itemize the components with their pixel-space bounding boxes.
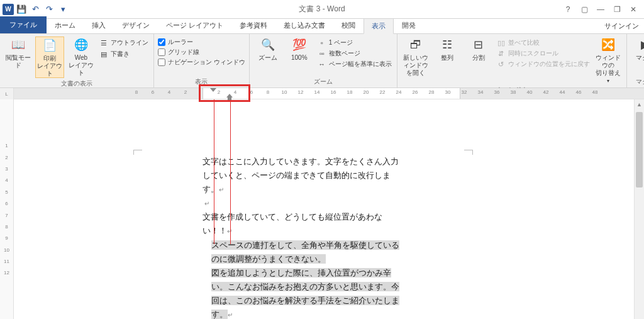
htick: 14 [314, 89, 320, 95]
group-zoom-label: ズーム [253, 76, 393, 87]
qat-undo-icon[interactable]: ↶ [29, 3, 42, 16]
vtick: 9 [0, 235, 13, 247]
read-mode-label: 閲覧モード [4, 54, 33, 69]
draft-button[interactable]: ▤下書き [98, 49, 150, 59]
doc-paragraph-indent[interactable]: スペースの連打をして、全角や半角を駆使しているのに微調整がうまくできない。 [203, 238, 404, 266]
scroll-up-icon[interactable]: ▲ [635, 99, 644, 109]
tab-insert[interactable]: 挿入 [84, 18, 114, 33]
word-app-icon[interactable]: W [3, 4, 14, 15]
switch-windows-button[interactable]: 🔀ウィンドウの 切り替え▾ [594, 36, 623, 84]
zoom-button[interactable]: 🔍ズーム [253, 36, 282, 62]
draft-label: 下書き [111, 50, 130, 59]
vtick: 7 [0, 213, 13, 224]
page-width-icon: ↔ [318, 60, 326, 69]
ribbon-options-icon[interactable]: ▢ [577, 3, 591, 16]
tab-design[interactable]: デザイン [114, 18, 158, 33]
group-zoom: 🔍ズーム 💯100% ▫1 ページ ▫▫複数ページ ↔ページ幅を基準に表示 ズー… [250, 34, 397, 87]
navpane-check-input[interactable] [158, 59, 165, 66]
new-window-icon: 🗗 [407, 38, 425, 53]
htick: 2 [184, 89, 187, 95]
document-page[interactable]: 文字はここに入力していきます。文字をたくさん入力していくと、ページの端まできて自… [133, 155, 473, 319]
htick: 30 [445, 89, 451, 95]
signin-link[interactable]: サインイン [604, 21, 639, 31]
page-width-label: ページ幅を基準に表示 [329, 60, 392, 69]
print-layout-button[interactable]: 📄印刷 レイアウト [35, 36, 64, 78]
book-icon: 📖 [9, 38, 27, 53]
outline-label: アウトライン [111, 38, 148, 47]
tab-view[interactable]: 表示 [364, 18, 394, 34]
gridlines-checkbox[interactable]: グリッド線 [158, 48, 245, 57]
gridlines-check-input[interactable] [158, 48, 165, 56]
first-line-indent-marker[interactable] [210, 88, 216, 94]
htick: 6 [152, 89, 154, 95]
tab-developer[interactable]: 開発 [394, 18, 424, 33]
htick: 4 [168, 89, 170, 95]
ruler-checkbox[interactable]: ルーラー [158, 38, 245, 47]
tab-mailings[interactable]: 差し込み文書 [275, 18, 333, 33]
resetpos-icon: ↺ [497, 60, 506, 69]
sidebyside-label: 並べて比較 [508, 38, 540, 47]
ruler-check-input[interactable] [158, 38, 165, 46]
scroll-thumb[interactable] [636, 112, 643, 187]
tab-home[interactable]: ホーム [47, 18, 84, 33]
close-icon[interactable]: ✕ [626, 3, 640, 16]
htick: 32 [462, 89, 467, 95]
outline-button[interactable]: ☰アウトライン [98, 38, 150, 48]
workspace: 1 2 3 4 5 6 7 8 9 10 11 12 文字はここに入力していきま… [0, 99, 644, 319]
horizontal-ruler[interactable]: 8 6 4 2 2 4 6 8 10 12 14 16 18 20 22 24 … [14, 88, 644, 99]
group-window: 🗗新しいウィンドウ を開く ☷整列 ⊟分割 ▯▯並べて比較 ⇵同時にスクロール … [397, 34, 627, 87]
doc-highlighted-text[interactable]: スペースの連打をして、全角や半角を駆使しているのに微調整がうまくできない。 [211, 240, 399, 264]
vtick: 3 [0, 166, 13, 177]
navpane-checkbox[interactable]: ナビゲーション ウィンドウ [158, 58, 245, 67]
web-layout-button[interactable]: 🌐Web レイアウト [67, 36, 96, 77]
document-body[interactable]: 文字はここに入力していきます。文字をたくさん入力していくと、ページの端まできて自… [133, 155, 473, 319]
one-page-icon: ▫ [318, 38, 326, 47]
doc-paragraph-empty[interactable] [203, 196, 404, 210]
minimize-icon[interactable]: — [594, 3, 608, 16]
htick: 44 [560, 89, 565, 95]
doc-highlighted-text[interactable]: 図を追加しようとした際に、挿入位置がつかみ辛い。こんなお悩みをお抱えの方多いと思… [211, 268, 399, 319]
hanging-indent-marker[interactable] [226, 94, 233, 100]
switch-icon: 🔀 [599, 38, 617, 53]
window-controls: ? ▢ — ❐ ✕ [561, 3, 644, 16]
vtick: 6 [0, 201, 13, 212]
arrange-button[interactable]: ☷整列 [433, 36, 462, 62]
page-area[interactable]: 文字はここに入力していきます。文字をたくさん入力していくと、ページの端まできて自… [14, 99, 644, 319]
qat-redo-icon[interactable]: ↷ [43, 3, 55, 16]
doc-paragraph-indent[interactable]: 図を追加しようとした際に、挿入位置がつかみ辛い。こんなお悩みをお抱えの方多いと思… [203, 266, 404, 319]
read-mode-button[interactable]: 📖閲覧モード [4, 36, 33, 69]
macro-button[interactable]: ▶マクロ▾ [631, 36, 644, 69]
doc-paragraph[interactable]: 文書を作成していて、どうしても縦位置があわない！！ [203, 210, 404, 238]
tab-file[interactable]: ファイル [0, 16, 47, 33]
help-icon[interactable]: ? [561, 3, 575, 16]
arrange-label: 整列 [441, 54, 453, 62]
htick: 6 [250, 89, 253, 95]
zoom-100-button[interactable]: 💯100% [285, 36, 314, 62]
restore-icon[interactable]: ❐ [610, 3, 624, 16]
qat-customize-icon[interactable]: ▾ [57, 3, 69, 16]
htick: 12 [298, 89, 304, 95]
doc-paragraph[interactable]: 文字はここに入力していきます。文字をたくさん入力していくと、ページの端まできて自… [203, 155, 404, 196]
one-page-label: 1 ページ [329, 38, 353, 47]
vtick: 11 [0, 259, 13, 270]
tab-references[interactable]: 参考資料 [231, 18, 275, 33]
vtick [0, 120, 13, 131]
draft-icon: ▤ [99, 50, 108, 59]
tab-review[interactable]: 校閲 [333, 18, 364, 33]
vtick: 12 [0, 270, 13, 281]
htick: 18 [347, 89, 353, 95]
syncscroll-icon: ⇵ [497, 49, 506, 58]
htick: 8 [135, 89, 138, 95]
htick: 36 [494, 89, 500, 95]
tab-page-layout[interactable]: ページ レイアウト [158, 18, 231, 33]
zoom-label: ズーム [258, 54, 277, 62]
vertical-ruler[interactable]: 1 2 3 4 5 6 7 8 9 10 11 12 [0, 99, 14, 319]
multi-page-button[interactable]: ▫▫複数ページ [316, 48, 393, 59]
split-button[interactable]: ⊟分割 [464, 36, 493, 62]
vertical-scrollbar[interactable]: ▲ ▼ [634, 99, 644, 319]
qat-save-icon[interactable]: 💾 [15, 3, 28, 16]
page-width-button[interactable]: ↔ページ幅を基準に表示 [316, 59, 393, 69]
new-window-button[interactable]: 🗗新しいウィンドウ を開く [401, 36, 430, 77]
one-page-button[interactable]: ▫1 ページ [316, 38, 393, 48]
quick-access-toolbar: W 💾 ↶ ↷ ▾ [0, 3, 69, 16]
